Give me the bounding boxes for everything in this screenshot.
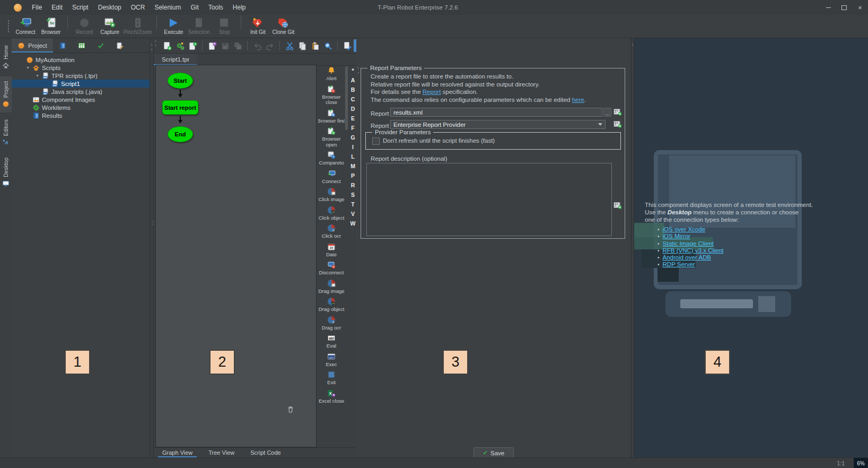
editor-toolbar-button[interactable] <box>161 39 173 52</box>
toolbar-button[interactable] <box>156 15 157 29</box>
alphabet-letter[interactable]: W <box>350 219 356 228</box>
palette-item[interactable]: 23 Date <box>318 242 345 258</box>
report-description-textarea[interactable] <box>366 163 612 236</box>
editor-toolbar-button[interactable] <box>337 41 338 50</box>
chevron-down-icon[interactable]: ▾ <box>25 65 30 70</box>
palette-item[interactable]: Browser open <box>318 127 345 148</box>
editor-toolbar-button[interactable] <box>206 39 218 52</box>
tree-item[interactable]: ▾ Workitems <box>12 103 150 111</box>
sidebar-tab[interactable]: Project <box>0 76 12 112</box>
editor-toolbar-button[interactable] <box>186 39 199 52</box>
alphabet-letter[interactable]: V <box>351 209 355 219</box>
palette-item[interactable]: Browser find <box>318 109 345 124</box>
chevron-down-icon[interactable]: ▾ <box>35 73 40 78</box>
panel-collapse-icon[interactable]: ‹› <box>357 66 359 75</box>
graph-canvas[interactable]: Start Start report End <box>155 65 317 447</box>
toolbar-button[interactable] <box>67 15 68 29</box>
graph-node[interactable]: End <box>168 126 193 142</box>
splitter[interactable]: ‹› ⋮ <box>150 38 154 457</box>
editor-toolbar-button[interactable] <box>321 39 334 52</box>
splitter-collapse-icon[interactable]: ‹ <box>632 42 634 47</box>
tab-script1-tpr[interactable]: Script1.tpr <box>154 54 197 65</box>
menu-item[interactable]: File <box>27 0 47 15</box>
alphabet-letter[interactable]: I <box>352 142 354 152</box>
insert-variable-icon[interactable] <box>613 108 622 116</box>
alphabet-letter[interactable]: * <box>352 66 354 75</box>
alphabet-letter[interactable]: T <box>351 200 354 209</box>
connection-link[interactable]: Static Image Client <box>663 240 714 247</box>
editor-toolbar-button[interactable] <box>173 39 186 52</box>
insert-variable-icon[interactable] <box>613 120 622 128</box>
connection-link[interactable]: iOS Mirror <box>663 233 690 239</box>
tab-table-view[interactable] <box>72 38 91 53</box>
tree-item[interactable]: ▾ TPR TPR scripts (.tpr) <box>12 72 150 80</box>
editor-toolbar-button[interactable] <box>341 39 354 52</box>
minimize-icon[interactable] <box>820 0 836 15</box>
palette-item[interactable]: Click image <box>318 187 345 203</box>
toolbar-button[interactable]: Init Git <box>245 15 270 38</box>
editor-toolbar-button[interactable] <box>231 39 244 52</box>
tree-item[interactable]: ▾ Component Images <box>12 96 150 103</box>
palette-item[interactable]: abl Eval <box>318 334 345 349</box>
maximize-icon[interactable] <box>836 0 852 15</box>
editor-toolbar-button[interactable] <box>279 41 280 50</box>
toolbar-button[interactable]: Se Browser <box>38 15 64 38</box>
editor-toolbar-button[interactable] <box>218 39 231 52</box>
editor-toolbar-button[interactable] <box>309 39 321 52</box>
editor-toolbar-button[interactable] <box>264 39 276 52</box>
tree-item[interactable]: ▾ Results <box>12 111 150 119</box>
tree-item[interactable]: ▾ TPR Script1 <box>12 80 150 88</box>
connection-link[interactable]: Android over ADB <box>663 254 711 261</box>
report-provider-select[interactable]: Enterprise Report Provider <box>390 120 606 129</box>
splitter-collapse-icon[interactable]: ‹› <box>150 42 153 52</box>
menu-item[interactable]: Help <box>228 0 251 15</box>
palette-item[interactable]: a Click ocr <box>318 224 345 239</box>
alphabet-letter[interactable]: G <box>350 133 355 142</box>
toolbar-button[interactable]: Clone Git <box>270 15 296 38</box>
palette-scrollbar[interactable] <box>345 66 348 424</box>
alphabet-letter[interactable]: R <box>351 180 355 190</box>
refresh-checkbox[interactable] <box>372 137 380 145</box>
report-file-input[interactable] <box>390 108 602 117</box>
editor-toolbar-button[interactable] <box>247 41 248 50</box>
menu-item[interactable]: Tools <box>204 0 228 15</box>
palette-item[interactable]: c:\> Exec <box>318 352 345 368</box>
menu-item[interactable]: Script <box>67 0 93 15</box>
palette-item[interactable]: Connect <box>318 169 345 185</box>
toolbar-grip-icon[interactable] <box>7 20 10 33</box>
palette-item[interactable]: Disconnect <box>318 261 345 276</box>
scrollbar-thumb[interactable] <box>345 66 348 130</box>
trash-icon[interactable] <box>286 405 295 414</box>
graph-node[interactable]: Start report <box>162 100 198 115</box>
menu-item[interactable]: OCR <box>126 0 150 15</box>
tree-item[interactable]: ▾ JAV Java scripts (.java) <box>12 88 150 96</box>
connection-link[interactable]: RFB (VNC) v3.x Client <box>663 247 724 254</box>
toolbar-button[interactable]: Stop <box>212 15 237 38</box>
editor-toolbar-button[interactable] <box>202 41 203 50</box>
alphabet-letter[interactable]: L <box>351 152 354 161</box>
view-tab[interactable]: Tree View <box>204 448 239 457</box>
toolbar-button[interactable]: Capture <box>97 15 122 38</box>
alphabet-letter[interactable]: C <box>351 94 355 104</box>
graph-node[interactable]: Start <box>168 73 193 89</box>
inline-link[interactable]: here <box>572 97 584 103</box>
menu-item[interactable]: Selenium <box>150 0 186 15</box>
view-tab[interactable]: Graph View <box>158 448 197 457</box>
inline-link[interactable]: Report <box>423 89 441 95</box>
toolbar-overflow-icon[interactable]: ‹› <box>155 39 156 48</box>
palette-item[interactable]: X Excel close <box>318 389 345 404</box>
tree-item[interactable]: ▾ MyAutomation <box>12 56 150 64</box>
menu-item[interactable]: Edit <box>47 0 67 15</box>
tree-item[interactable]: ▾ Scripts <box>12 64 150 72</box>
sidebar-tab[interactable]: Home <box>0 40 12 74</box>
toolbar-button[interactable]: Connect <box>13 15 38 38</box>
palette-item[interactable]: ? Compareto <box>318 151 345 166</box>
toolbar-button[interactable]: Record <box>72 15 97 38</box>
toolbar-button[interactable]: Selection <box>186 15 212 38</box>
alphabet-letter[interactable]: F <box>351 123 354 133</box>
tab-checks-view[interactable] <box>91 38 110 53</box>
connection-link[interactable]: RDP Server <box>663 261 695 267</box>
editor-toolbar-button[interactable] <box>283 39 296 52</box>
sidebar-tab[interactable]: Editors A <box>0 115 12 151</box>
toolbar-button[interactable] <box>241 15 241 29</box>
